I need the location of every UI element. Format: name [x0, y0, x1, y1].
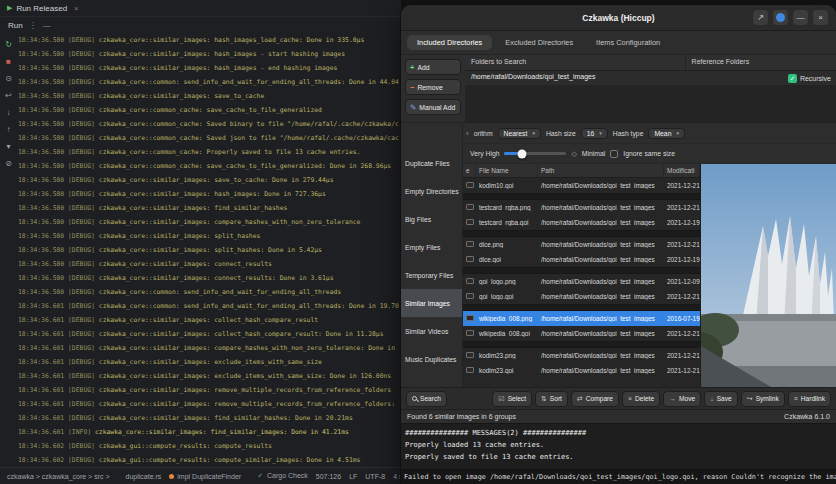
- tab-excluded-directories[interactable]: Excluded Directories: [495, 35, 583, 50]
- resize-algorithm-select[interactable]: Nearest ▾: [498, 128, 541, 139]
- manual-add-button[interactable]: ✎ Manual Add: [405, 99, 461, 115]
- table-row[interactable]: kodim10.qoi/home/rafal/Downloads/qoi_tes…: [463, 178, 700, 193]
- add-label: Add: [417, 64, 429, 71]
- row-checkbox[interactable]: [466, 256, 474, 262]
- table-row[interactable]: kodim23.qoi/home/rafal/Downloads/qoi_tes…: [463, 363, 700, 378]
- collapse-all-icon[interactable]: ▾: [6, 143, 10, 151]
- run-tab[interactable]: ▶ Run Released ×: [0, 0, 401, 17]
- window-close-button[interactable]: ×: [813, 10, 828, 25]
- sidebar-item-big-files[interactable]: Big Files: [401, 205, 462, 233]
- context-widget[interactable]: impl DuplicateFinder: [169, 473, 241, 480]
- path-cell: /home/rafal/Downloads/qoi_test_images: [538, 352, 664, 359]
- tab-items-configuration[interactable]: Items Configuration: [586, 35, 670, 50]
- column-header[interactable]: Modificati: [664, 164, 700, 177]
- row-checkbox[interactable]: [466, 293, 474, 299]
- row-checkbox[interactable]: [466, 330, 474, 336]
- save-button[interactable]: ↓Save: [704, 391, 738, 407]
- run-console[interactable]: 18:34:36.580 [DEBUG] czkawka_core::simil…: [18, 33, 399, 467]
- sidebar-item-empty-directories[interactable]: Empty Directories: [401, 177, 462, 205]
- select-button[interactable]: ☑Select: [492, 391, 532, 407]
- clear-icon[interactable]: ⊘: [5, 160, 12, 168]
- line-ending[interactable]: LF: [349, 473, 357, 480]
- row-checkbox[interactable]: [466, 367, 474, 373]
- window-expand-button[interactable]: ↗: [753, 10, 768, 25]
- scroll-up-icon[interactable]: ↑: [7, 126, 11, 134]
- sidebar-item-empty-files[interactable]: Empty Files: [401, 233, 462, 261]
- close-icon[interactable]: ×: [74, 4, 79, 13]
- sidebar-item-similar-videos[interactable]: Similar Videos: [401, 317, 462, 345]
- breadcrumb[interactable]: czkawka > czkawka_core > src >: [7, 473, 110, 480]
- rerun-icon[interactable]: ↻: [5, 41, 12, 49]
- impl-icon: [169, 474, 174, 479]
- slider-handle[interactable]: [517, 149, 526, 158]
- soft-wrap-icon[interactable]: ↩: [5, 92, 12, 100]
- hide-panel-icon[interactable]: —: [43, 21, 51, 30]
- headerbar[interactable]: Czkawka (Hiccup) ↗ — ×: [401, 5, 836, 31]
- add-directory-button[interactable]: + Add: [405, 59, 461, 75]
- sidebar-item-music-duplicates[interactable]: Music Duplicates: [401, 345, 462, 373]
- button-label: Select: [508, 395, 526, 402]
- column-header[interactable]: e: [463, 164, 476, 177]
- table-row[interactable]: wikipedia_008.qoi/home/rafal/Downloads/q…: [463, 326, 700, 341]
- directory-row[interactable]: /home/rafal/Downloads/qoi_test_images: [465, 71, 836, 85]
- results-rows[interactable]: kodim10.qoi/home/rafal/Downloads/qoi_tes…: [463, 178, 700, 387]
- reference-folders-header[interactable]: Reference Folders: [686, 55, 836, 70]
- sidebar-item-duplicate-files[interactable]: Duplicate Files: [401, 149, 462, 177]
- caret-position[interactable]: 507:126: [316, 473, 341, 480]
- hardlink-button[interactable]: ≡Hardlink: [788, 391, 831, 407]
- row-checkbox[interactable]: [466, 219, 474, 225]
- table-row[interactable]: qoi_logo.qoi/home/rafal/Downloads/qoi_te…: [463, 289, 700, 304]
- compare-button[interactable]: ⇄Compare: [571, 391, 619, 407]
- window-minimize-button[interactable]: —: [793, 10, 808, 25]
- column-header[interactable]: File Name: [476, 164, 538, 177]
- table-row[interactable]: kodim23.png/home/rafal/Downloads/qoi_tes…: [463, 348, 700, 363]
- row-checkbox[interactable]: [466, 182, 474, 188]
- table-row[interactable]: testcard_rgba.png/home/rafal/Downloads/q…: [463, 200, 700, 215]
- sort-button[interactable]: ⇅Sort: [535, 391, 568, 407]
- table-row[interactable]: wikipedia_008.png/home/rafal/Downloads/q…: [463, 311, 700, 326]
- symlink-button[interactable]: ↪Symlink: [741, 391, 785, 407]
- row-checkbox[interactable]: [466, 278, 474, 284]
- scroll-down-icon[interactable]: ↓: [7, 109, 11, 117]
- sidebar-item-similar-images[interactable]: Similar Images: [401, 289, 462, 317]
- sidebar-item-temporary-files[interactable]: Temporary Files: [401, 261, 462, 289]
- tab-included-directories[interactable]: Included Directories: [407, 35, 492, 50]
- log-line: 18:34:36.602 [DEBUG] czkawka_gui::comput…: [18, 439, 399, 453]
- run-tab-title[interactable]: Run Released: [16, 4, 67, 13]
- indent-style[interactable]: 4 spaces: [393, 473, 401, 480]
- button-label: Delete: [635, 395, 654, 402]
- accent-button[interactable]: [773, 10, 788, 25]
- hash-size-select[interactable]: 16 ▾: [581, 128, 608, 139]
- table-row[interactable]: testcard_rgba.qoi/home/rafal/Downloads/q…: [463, 215, 700, 230]
- row-checkbox[interactable]: [466, 352, 474, 358]
- ignore-same-size-checkbox[interactable]: [610, 150, 618, 158]
- column-header[interactable]: Path: [538, 164, 664, 177]
- directories-tabbar: Included DirectoriesExcluded Directories…: [401, 31, 836, 55]
- table-row[interactable]: dice.png/home/rafal/Downloads/qoi_test_i…: [463, 237, 700, 252]
- messages-box[interactable]: ############### MESSAGES(2) ############…: [401, 423, 836, 469]
- encoding[interactable]: UTF-8: [365, 473, 385, 480]
- cargo-check-widget[interactable]: ✓ Cargo Check: [257, 472, 308, 480]
- move-button[interactable]: →Move: [663, 391, 701, 407]
- hash-type-select[interactable]: Mean ▾: [648, 128, 685, 139]
- stop-icon[interactable]: ■: [6, 58, 11, 66]
- delete-button[interactable]: ×Delete: [622, 391, 660, 407]
- console-toolbar: ↻■⊙↩↓↑▾⊘: [0, 36, 17, 464]
- similarity-slider[interactable]: [504, 152, 566, 155]
- ide-status-bar: czkawka > czkawka_core > src > duplicate…: [0, 467, 401, 484]
- table-row[interactable]: dice.qoi/home/rafal/Downloads/qoi_test_i…: [463, 252, 700, 267]
- pin-icon[interactable]: ⊙: [5, 75, 12, 83]
- remove-directory-button[interactable]: − Remove: [405, 79, 461, 95]
- folders-to-search-header[interactable]: Folders to Search: [465, 55, 686, 70]
- row-checkbox[interactable]: [466, 241, 474, 247]
- kebab-menu-icon[interactable]: ⋮: [29, 21, 37, 30]
- search-button[interactable]: Search: [406, 391, 447, 407]
- breadcrumb-file[interactable]: duplicate.rs: [126, 473, 162, 480]
- log-line: 18:34:36.580 [DEBUG] czkawka_core::simil…: [18, 229, 399, 243]
- table-row[interactable]: qoi_logo.png/home/rafal/Downloads/qoi_te…: [463, 274, 700, 289]
- recursive-checkbox[interactable]: ✓ Recursive: [788, 74, 831, 83]
- row-checkbox[interactable]: [466, 315, 474, 321]
- chevron-left-icon[interactable]: ‹: [466, 129, 469, 138]
- row-checkbox[interactable]: [466, 204, 474, 210]
- modification-cell: 2021-12-21: [664, 204, 700, 211]
